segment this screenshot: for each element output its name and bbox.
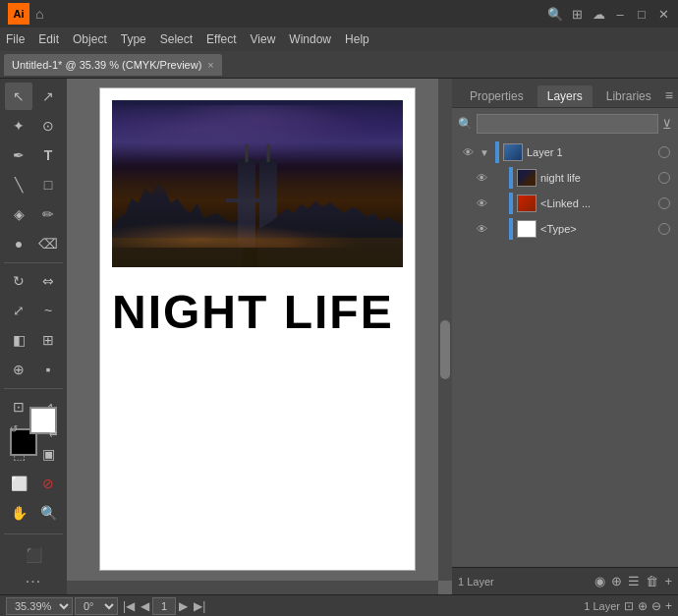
layer-color-bar: [495, 141, 499, 163]
home-icon[interactable]: ⌂: [35, 6, 43, 22]
graph-tool[interactable]: ▪: [34, 356, 62, 383]
layer-group-item[interactable]: 👁 ▼ Layer 1: [458, 140, 672, 165]
zoom-tool[interactable]: 🔍: [34, 499, 62, 527]
menu-select[interactable]: Select: [160, 32, 193, 46]
layer-eye-icon[interactable]: 👁: [460, 144, 476, 160]
cloud-icon[interactable]: ☁: [592, 7, 605, 21]
reflect-tool[interactable]: ⇔: [34, 267, 62, 295]
clip-btn[interactable]: ⊕: [611, 574, 622, 588]
arrange-icon[interactable]: ⬛: [20, 541, 47, 569]
city-night-image: [112, 100, 403, 267]
stroke-none-icon[interactable]: ⊘: [34, 470, 62, 497]
shape-builder-tool[interactable]: ⊕: [5, 356, 32, 383]
type-target-circle[interactable]: [658, 223, 670, 235]
more-tools-icon[interactable]: ···: [26, 573, 41, 590]
type-arrow[interactable]: ▶: [493, 224, 505, 235]
pencil-tool[interactable]: ✏: [34, 200, 62, 228]
tab-layers[interactable]: Layers: [537, 85, 593, 107]
zoom-in-status-btn[interactable]: ⊕: [638, 599, 648, 613]
nav-prev-icon[interactable]: |◀: [123, 599, 135, 613]
status-layer-text: 1 Layer: [584, 600, 620, 612]
delete-layer-btn[interactable]: 🗑: [646, 574, 658, 588]
menu-window[interactable]: Window: [289, 32, 331, 46]
tab-libraries[interactable]: Libraries: [596, 85, 661, 107]
layer-target-circle[interactable]: [658, 146, 670, 158]
line-tool[interactable]: ╲: [5, 171, 32, 198]
menu-bar: File Edit Object Type Select Effect View…: [0, 28, 678, 51]
lasso-tool[interactable]: ⊙: [34, 112, 62, 140]
tool-row-9: ◧ ⊞: [5, 326, 62, 354]
menu-file[interactable]: File: [6, 32, 25, 46]
direct-select-tool[interactable]: ↗: [34, 83, 62, 110]
rotate-tool[interactable]: ↻: [5, 267, 32, 295]
warp-tool[interactable]: ~: [34, 297, 62, 324]
locate-btn[interactable]: ◉: [594, 574, 605, 588]
hand-tool[interactable]: ✋: [5, 499, 32, 527]
search-icon[interactable]: 🔍: [548, 7, 562, 21]
sublayer-target-circle[interactable]: [658, 172, 670, 184]
nav-next-icon[interactable]: ▶|: [194, 599, 205, 613]
scroll-bottom[interactable]: [67, 581, 438, 594]
sublayer-arrow[interactable]: ▶: [493, 173, 505, 184]
mesh-tool[interactable]: ⊞: [34, 326, 62, 354]
layer-expand-icon[interactable]: ▼: [480, 147, 491, 158]
add-artboard-btn[interactable]: +: [665, 599, 672, 613]
gradient-tool[interactable]: ◧: [5, 326, 32, 354]
tab-close-button[interactable]: ×: [207, 59, 213, 71]
layout-icon[interactable]: ⊞: [570, 7, 584, 21]
tool-row-2: ✦ ⊙: [5, 112, 62, 140]
linked-eye-icon[interactable]: 👁: [474, 196, 489, 211]
arrange-status-btn[interactable]: ⊡: [624, 599, 634, 613]
ai-logo: Ai: [8, 3, 29, 25]
sublayer-nightlife[interactable]: 👁 ▶ night life: [472, 165, 672, 191]
blob-brush-tool[interactable]: ●: [5, 230, 32, 257]
menu-type[interactable]: Type: [121, 32, 146, 46]
panel-tabs: Properties Layers Libraries ≡: [452, 79, 678, 108]
menu-view[interactable]: View: [251, 32, 276, 46]
sublayer-name: night life: [540, 172, 654, 184]
swap-colors-icon[interactable]: ⇄: [49, 428, 57, 439]
panel-menu-icon[interactable]: ≡: [665, 87, 673, 103]
tab-properties[interactable]: Properties: [460, 85, 534, 107]
gradient-color-icon[interactable]: ▣: [34, 440, 62, 468]
document-tab[interactable]: Untitled-1* @ 35.39 % (CMYK/Preview) ×: [4, 54, 222, 76]
add-layer-btn[interactable]: +: [664, 574, 672, 588]
scroll-right[interactable]: [438, 79, 452, 581]
release-btn[interactable]: ☰: [628, 574, 640, 588]
paintbrush-tool[interactable]: ◈: [5, 200, 32, 228]
selection-tool[interactable]: ↖: [5, 83, 32, 110]
angle-dropdown[interactable]: 0°: [75, 597, 118, 615]
nav-fwd-icon[interactable]: ▶: [179, 599, 188, 613]
layers-search-input[interactable]: [477, 114, 658, 134]
sublayer-linked[interactable]: 👁 ▶ <Linked ...: [472, 191, 672, 216]
menu-help[interactable]: Help: [345, 32, 369, 46]
eraser-tool[interactable]: ⌫: [34, 230, 62, 257]
sublayer-eye-icon[interactable]: 👁: [474, 170, 489, 186]
sublayer-type[interactable]: 👁 ▶ <Type>: [472, 216, 672, 242]
reset-colors-icon[interactable]: ↺: [10, 423, 18, 434]
maximize-button[interactable]: □: [635, 7, 649, 21]
scale-tool[interactable]: ⤢: [5, 297, 32, 324]
city-lights: [112, 208, 403, 248]
menu-object[interactable]: Object: [73, 32, 107, 46]
pen-tool[interactable]: ✒: [5, 141, 32, 169]
zoom-dropdown[interactable]: 35.39% 50% 100%: [6, 597, 73, 615]
filter-icon[interactable]: ⊻: [662, 117, 672, 132]
rect-tool[interactable]: □: [34, 171, 62, 198]
stroke-icon[interactable]: ⬜: [5, 470, 32, 497]
linked-target-circle[interactable]: [658, 197, 670, 209]
thumb-city: [518, 170, 536, 186]
type-eye-icon[interactable]: 👁: [474, 221, 489, 237]
nav-back-icon[interactable]: ◀: [141, 599, 149, 613]
minimize-button[interactable]: –: [613, 7, 627, 21]
magic-wand-tool[interactable]: ✦: [5, 112, 32, 140]
artboard-input[interactable]: [152, 597, 176, 615]
close-button[interactable]: ✕: [656, 7, 670, 21]
type-tool[interactable]: T: [34, 141, 62, 169]
menu-edit[interactable]: Edit: [38, 32, 59, 46]
menu-effect[interactable]: Effect: [206, 32, 236, 46]
artboard-tool[interactable]: ⊡: [5, 393, 32, 420]
linked-arrow[interactable]: ▶: [493, 198, 505, 209]
zoom-out-status-btn[interactable]: ⊖: [651, 599, 661, 613]
layers-panel: 🔍 ⊻ 👁 ▼ Layer 1 👁 ▶: [452, 108, 678, 567]
